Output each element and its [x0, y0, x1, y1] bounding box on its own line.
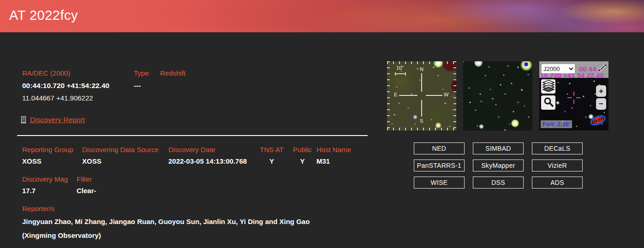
- external-link-decals[interactable]: DECaLS: [532, 142, 583, 154]
- page-title: AT 2022fcy: [0, 0, 644, 23]
- discovery-date-label: Discovery Date: [168, 146, 215, 154]
- host-name-value: M31: [316, 157, 368, 165]
- compass-east-label: E: [394, 92, 397, 97]
- external-link-panstarrs1[interactable]: PanSTARRS-1: [414, 159, 465, 171]
- finder-crosshair-west-line: [426, 95, 442, 96]
- tns-at-value: Y: [255, 157, 288, 165]
- filter-label: Filter: [77, 175, 92, 183]
- fullscreen-icon[interactable]: [597, 63, 608, 73]
- discovery-mag-value: 17.7: [22, 187, 77, 195]
- aladin-logo[interactable]: [589, 113, 607, 130]
- finder-crosshair-south-line: [421, 100, 422, 117]
- scale-label: 10": [396, 65, 404, 71]
- data-source-label: Discovering Data Source: [82, 146, 159, 154]
- finder-crosshair-north-line: [421, 73, 422, 92]
- report-document-icon: [21, 116, 27, 124]
- reporters-label: Reporter/s: [22, 205, 54, 213]
- layers-button[interactable]: [541, 79, 555, 94]
- external-link-dss[interactable]: DSS: [473, 177, 524, 189]
- sky-image-thumbnail[interactable]: [463, 61, 532, 130]
- zoom-in-button[interactable]: +: [596, 85, 606, 97]
- tns-object-page: AT 2022fcy RA/DEC (2000) Type Redshift 0…: [0, 0, 644, 248]
- finder-tick-marks-top: [387, 61, 456, 64]
- type-label: Type: [134, 69, 160, 77]
- external-links-grid: NED SIMBAD DECaLS PanSTARRS-1 SkyMapper …: [414, 142, 583, 189]
- external-link-ned[interactable]: NED: [414, 142, 465, 154]
- filter-value: Clear-: [77, 187, 96, 195]
- finder-tick-marks-right: [453, 61, 456, 130]
- external-link-simbad[interactable]: SIMBAD: [473, 142, 524, 154]
- search-icon: [543, 96, 554, 109]
- reporters-names: Jingyuan Zhao, Mi Zhang, Jiangao Ruan, G…: [22, 217, 368, 227]
- public-value: Y: [288, 157, 316, 165]
- external-link-ads[interactable]: ADS: [532, 177, 583, 189]
- type-value: ---: [134, 82, 364, 90]
- search-button[interactable]: [541, 95, 555, 110]
- compass-north-label: N: [420, 66, 423, 72]
- reporting-group-label: Reporting Group: [22, 146, 73, 154]
- page-header: AT 2022fcy: [0, 0, 644, 32]
- discovery-report-row: Discovery Report: [21, 116, 85, 124]
- discovery-mag-label: Discovery Mag: [22, 175, 68, 183]
- reporting-group-value: XOSS: [22, 157, 82, 165]
- radec-value: 00:44:10.720 +41:54:22.40: [22, 82, 134, 90]
- finder-crosshair-east-line: [399, 95, 417, 96]
- radec-label: RA/DEC (2000): [22, 69, 134, 77]
- finder-tick-marks-bottom: [387, 128, 456, 130]
- section-divider: [17, 135, 368, 136]
- external-link-skymapper[interactable]: SkyMapper: [473, 159, 524, 171]
- layers-icon: [543, 80, 555, 93]
- zoom-out-button[interactable]: −: [596, 98, 606, 110]
- host-name-label: Host Name: [316, 146, 351, 154]
- reporters-affiliation: (Xingming Observatory): [22, 230, 368, 241]
- compass-west-label: W: [444, 92, 448, 97]
- public-label: Public: [293, 146, 312, 154]
- tns-at-label: TNS AT: [260, 146, 283, 154]
- compass-south-label: S: [420, 118, 423, 124]
- external-link-wise[interactable]: WISE: [414, 177, 465, 189]
- scale-bar: [395, 72, 406, 76]
- discovery-details-row: Reporting Group XOSS Discovering Data So…: [22, 146, 368, 165]
- data-source-value: XOSS: [82, 157, 168, 165]
- magnitude-details-row: Discovery Mag 17.7 Filter Clear-: [22, 175, 96, 195]
- external-link-vizier[interactable]: VizieR: [532, 159, 583, 171]
- aladin-viewer[interactable]: J2000 00 44 10.720 +41 54 22.40: [539, 61, 608, 130]
- fov-label: FoV: 2.38': [541, 120, 572, 128]
- finder-tick-marks-left: [387, 61, 390, 130]
- discovery-date-value: 2022-03-05 14:13:00.768: [168, 157, 255, 165]
- discovery-report-link[interactable]: Discovery Report: [30, 116, 85, 124]
- radec-decimal-value: 11.044667 +41.906222: [22, 94, 364, 102]
- finder-chart-thumbnail[interactable]: N S E W 10": [387, 61, 456, 130]
- reporters-block: Reporter/s Jingyuan Zhao, Mi Zhang, Jian…: [22, 205, 368, 241]
- coordinates-block: RA/DEC (2000) Type Redshift 00:44:10.720…: [22, 69, 364, 102]
- object-details-panel: RA/DEC (2000) Type Redshift 00:44:10.720…: [17, 32, 368, 248]
- redshift-label: Redshift: [160, 69, 364, 77]
